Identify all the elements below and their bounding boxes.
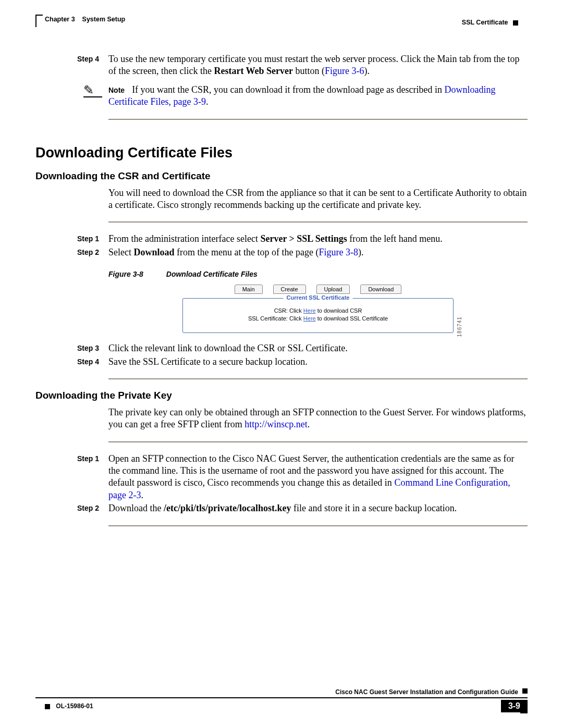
- external-link[interactable]: http://winscp.net: [244, 419, 308, 429]
- figure-ref-link[interactable]: Figure 3-6: [325, 66, 364, 76]
- footer-guide-title: Cisco NAC Guest Server Installation and …: [335, 688, 518, 696]
- figure-ref-link[interactable]: Figure 3-8: [319, 247, 358, 257]
- step-label: Step 4: [35, 356, 108, 368]
- step-row: Step 2 Select Download from the menu at …: [35, 246, 528, 258]
- section-rule: [108, 441, 528, 442]
- figure-screenshot: Main Create Upload Download Current SSL …: [108, 285, 528, 333]
- step-label: Step 2: [35, 502, 108, 514]
- step-body: Open an SFTP connection to the Cisco NAC…: [108, 453, 528, 502]
- step-row: Step 1 Open an SFTP connection to the Ci…: [35, 453, 528, 502]
- main-heading: Downloading Certificate Files: [35, 145, 528, 161]
- figure-side-id: 186741: [457, 316, 462, 337]
- step-label: Step 3: [35, 342, 108, 354]
- step-body: To use the new temporary certificate you…: [108, 53, 528, 78]
- page-footer: Cisco NAC Guest Server Installation and …: [35, 688, 528, 712]
- tab-main[interactable]: Main: [235, 285, 263, 294]
- step-row: Step 4 To use the new temporary certific…: [35, 53, 528, 78]
- step-body: From the administration interface select…: [108, 233, 528, 245]
- intro-paragraph: The private key can only be obtained thr…: [108, 406, 528, 431]
- footer-marker-icon: [522, 688, 528, 694]
- figure-fieldset: Current SSL Certificate CSR: Click Here …: [182, 298, 454, 333]
- step-label: Step 4: [35, 53, 108, 78]
- section-rule: [108, 119, 528, 120]
- section-title: SSL Certificate: [462, 19, 508, 26]
- tab-download[interactable]: Download: [360, 285, 401, 294]
- section-rule: [108, 221, 528, 223]
- chapter-title: System Setup: [82, 16, 126, 23]
- step-row: Step 3 Click the relevant link to downlo…: [35, 342, 528, 354]
- crop-mark-left: [35, 15, 43, 27]
- step-body: Download the /etc/pki/tls/private/localh…: [108, 502, 528, 514]
- chapter-label: Chapter 3: [45, 16, 75, 23]
- step-row: Step 4 Save the SSL Certificate to a sec…: [35, 356, 528, 368]
- step-body: Select Download from the menu at the top…: [108, 246, 528, 258]
- section-rule: [108, 525, 528, 526]
- section-rule: [108, 378, 528, 379]
- intro-paragraph: You will need to download the CSR from t…: [108, 187, 528, 212]
- subsection-heading: Downloading the Private Key: [35, 390, 528, 401]
- step-row: Step 1 From the administration interface…: [35, 233, 528, 245]
- note-block: ✎ NoteIf you want the CSR, you can downl…: [35, 84, 528, 108]
- csr-download-link[interactable]: Here: [303, 307, 316, 314]
- figure-tabs: Main Create Upload Download: [182, 285, 454, 294]
- step-label: Step 1: [35, 453, 108, 502]
- tab-upload[interactable]: Upload: [316, 285, 350, 294]
- ssl-download-link[interactable]: Here: [303, 315, 316, 322]
- step-label: Step 1: [35, 233, 108, 245]
- footer-doc-id: OL-15986-01: [56, 702, 93, 710]
- step-body: Click the relevant link to download the …: [108, 342, 528, 354]
- step-row: Step 2 Download the /etc/pki/tls/private…: [35, 502, 528, 514]
- subsection-heading: Downloading the CSR and Certificate: [35, 170, 528, 182]
- note-label: Note: [108, 86, 125, 94]
- page-header: Chapter 3 System Setup SSL Certificate: [35, 16, 528, 27]
- header-marker-icon: [513, 20, 518, 26]
- step-label: Step 2: [35, 246, 108, 258]
- pencil-icon: ✎: [83, 84, 108, 96]
- footer-marker-icon: [45, 704, 50, 709]
- crop-mark-right: [520, 701, 528, 713]
- tab-create[interactable]: Create: [273, 285, 306, 294]
- step-body: Save the SSL Certificate to a secure bac…: [108, 356, 528, 368]
- fieldset-legend: Current SSL Certificate: [284, 294, 353, 301]
- figure-caption: Figure 3-8 Download Certificate Files: [108, 270, 528, 278]
